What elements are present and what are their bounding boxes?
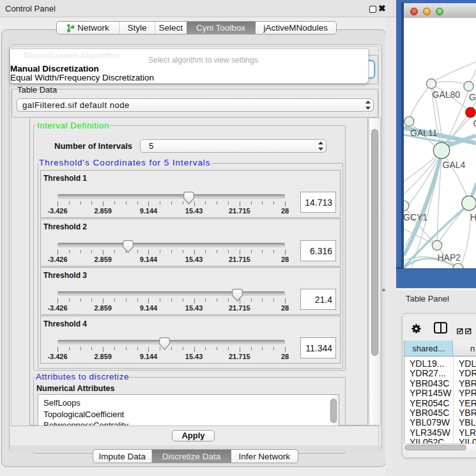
svg-text:GA: GA <box>469 92 476 102</box>
svg-text:GCY1: GCY1 <box>404 212 427 222</box>
svg-text:H: H <box>470 212 476 222</box>
svg-text:GAL4: GAL4 <box>443 160 466 170</box>
svg-text:HAP2: HAP2 <box>438 252 461 263</box>
svg-text:GAL80: GAL80 <box>433 89 461 100</box>
svg-text:G: G <box>473 118 476 128</box>
svg-text:GAL11: GAL11 <box>410 128 438 138</box>
